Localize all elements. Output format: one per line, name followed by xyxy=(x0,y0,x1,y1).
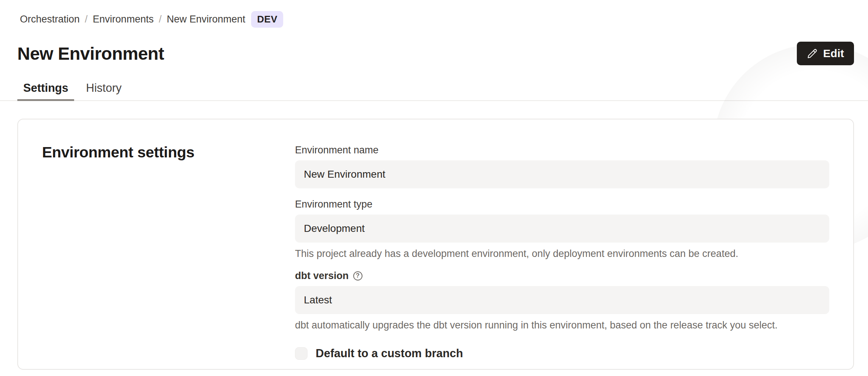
page: Orchestration / Environments / New Envir… xyxy=(0,0,868,376)
edit-button[interactable]: Edit xyxy=(797,42,854,65)
breadcrumb-item-new-environment: New Environment xyxy=(167,14,245,25)
custom-branch-row: Default to a custom branch xyxy=(295,347,829,360)
page-title: New Environment xyxy=(17,43,164,64)
dbt-version-label: dbt version ? xyxy=(295,269,829,282)
environment-settings-card: Environment settings Environment name En… xyxy=(17,119,854,370)
environment-name-group: Environment name xyxy=(295,144,829,188)
environment-type-input[interactable] xyxy=(295,215,829,243)
environment-name-label: Environment name xyxy=(295,144,829,156)
environment-name-input[interactable] xyxy=(295,160,829,188)
tab-history[interactable]: History xyxy=(80,82,127,101)
pencil-icon xyxy=(807,48,817,59)
environment-type-helper-text: This project already has a development e… xyxy=(295,247,829,260)
tab-settings[interactable]: Settings xyxy=(17,82,74,101)
breadcrumb-item-orchestration[interactable]: Orchestration xyxy=(20,14,80,25)
environment-type-group: Environment type This project already ha… xyxy=(295,198,829,260)
breadcrumb: Orchestration / Environments / New Envir… xyxy=(0,0,868,28)
dev-badge: DEV xyxy=(251,11,283,28)
environment-type-label: Environment type xyxy=(295,198,829,210)
section-title-environment-settings: Environment settings xyxy=(42,144,295,161)
card-left-column: Environment settings xyxy=(42,144,295,356)
breadcrumb-item-environments[interactable]: Environments xyxy=(93,14,154,25)
breadcrumb-separator: / xyxy=(159,14,162,25)
edit-button-label: Edit xyxy=(823,47,844,60)
help-icon[interactable]: ? xyxy=(353,271,362,281)
dbt-version-group: dbt version ? dbt automatically upgrades… xyxy=(295,269,829,331)
breadcrumb-separator: / xyxy=(85,14,88,25)
tabs-bar: Settings History xyxy=(0,82,868,101)
dbt-version-label-text: dbt version xyxy=(295,269,349,282)
environment-settings-form: Environment name Environment type This p… xyxy=(295,144,829,356)
page-header: New Environment Edit xyxy=(17,42,854,65)
dbt-version-input[interactable] xyxy=(295,286,829,314)
custom-branch-label[interactable]: Default to a custom branch xyxy=(316,347,463,360)
dbt-version-helper-text: dbt automatically upgrades the dbt versi… xyxy=(295,319,829,331)
custom-branch-checkbox[interactable] xyxy=(295,347,308,360)
